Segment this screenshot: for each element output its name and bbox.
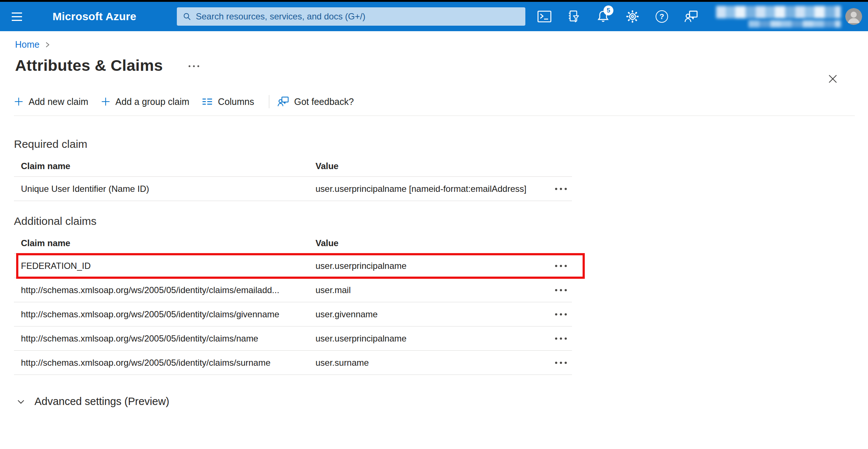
claim-name-cell[interactable]: http://schemas.xmlsoap.org/ws/2005/05/id… [14, 285, 316, 295]
search-input[interactable] [196, 11, 519, 22]
avatar[interactable] [845, 8, 862, 25]
account-name-blur [716, 6, 841, 18]
cloud-shell-icon [537, 11, 551, 22]
settings-button[interactable] [622, 6, 643, 27]
chevron-right-icon [45, 41, 50, 48]
claim-value-cell[interactable]: user.surname [316, 358, 550, 368]
row-context-menu-button[interactable] [550, 313, 572, 315]
columns-button[interactable]: Columns [202, 96, 261, 107]
value-column-header: Value [316, 238, 550, 248]
feedback-icon [684, 10, 698, 23]
additional-claims-table: Claim name Value FEDERATION_ID user.user… [14, 230, 572, 375]
row-context-menu-button[interactable] [550, 337, 572, 340]
plus-icon [101, 97, 110, 106]
plus-icon [14, 97, 23, 106]
ellipsis-icon [555, 289, 567, 291]
breadcrumb-home-link[interactable]: Home [15, 39, 40, 50]
hamburger-icon [12, 12, 22, 14]
notifications-button[interactable]: 5 [593, 6, 613, 27]
close-icon [827, 73, 839, 85]
row-context-menu-button[interactable] [550, 289, 572, 291]
hamburger-menu-button[interactable] [12, 9, 26, 24]
got-feedback-button[interactable]: Got feedback? [277, 96, 361, 107]
table-row[interactable]: http://schemas.xmlsoap.org/ws/2005/05/id… [14, 278, 572, 302]
table-header-row: Claim name Value [14, 230, 572, 254]
account-info-blurred [716, 6, 841, 28]
table-row[interactable]: Unique User Identifier (Name ID) user.us… [14, 177, 572, 201]
additional-claims-heading: Additional claims [14, 215, 868, 227]
required-claim-section: Required claim Claim name Value Unique U… [14, 138, 868, 201]
account-tenant-blur [748, 20, 841, 28]
breadcrumb: Home [15, 39, 868, 50]
title-context-menu-button[interactable] [186, 60, 202, 71]
table-row-federation-id[interactable]: FEDERATION_ID user.userprincipalname [14, 254, 572, 278]
directory-filter-button[interactable] [564, 6, 584, 27]
chevron-down-icon [17, 398, 25, 406]
value-column-header: Value [316, 161, 550, 171]
command-bar: Add new claim Add a group claim Columns [14, 94, 868, 110]
add-group-claim-label: Add a group claim [116, 96, 190, 107]
add-new-claim-button[interactable]: Add new claim [14, 96, 95, 107]
toolbar-divider [269, 95, 269, 108]
required-claim-heading: Required claim [14, 138, 868, 150]
table-row[interactable]: http://schemas.xmlsoap.org/ws/2005/05/id… [14, 351, 572, 375]
columns-icon [202, 97, 213, 106]
blade-content: Home Attributes & Claims Add new claim A… [0, 39, 868, 408]
topbar-actions: 5 ? [525, 6, 862, 28]
table-row[interactable]: http://schemas.xmlsoap.org/ws/2005/05/id… [14, 326, 572, 351]
close-blade-button[interactable] [825, 71, 841, 87]
ellipsis-icon [555, 188, 567, 190]
claim-value-cell[interactable]: user.userprincipalname [316, 261, 550, 271]
advanced-settings-label: Advanced settings (Preview) [34, 395, 169, 408]
page-title: Attributes & Claims [15, 56, 163, 74]
search-icon [183, 12, 192, 21]
got-feedback-label: Got feedback? [294, 96, 354, 107]
ellipsis-icon [555, 265, 567, 267]
table-header-row: Claim name Value [14, 153, 572, 177]
add-group-claim-button[interactable]: Add a group claim [101, 96, 196, 107]
claim-value-cell[interactable]: user.userprincipalname [316, 333, 550, 344]
claim-value-cell[interactable]: user.givenname [316, 309, 550, 320]
cloud-shell-button[interactable] [534, 6, 555, 27]
columns-label: Columns [218, 96, 254, 107]
claim-name-column-header: Claim name [14, 238, 316, 248]
row-context-menu-button[interactable] [550, 265, 572, 267]
brand-logo-text[interactable]: Microsoft Azure [52, 10, 136, 23]
claim-name-cell[interactable]: http://schemas.xmlsoap.org/ws/2005/05/id… [14, 358, 316, 368]
azure-top-bar: Microsoft Azure [0, 2, 868, 31]
ellipsis-icon [555, 337, 567, 340]
feedback-button[interactable] [681, 6, 701, 27]
claim-value-cell[interactable]: user.userprincipalname [nameid-format:em… [316, 184, 550, 194]
claim-name-cell[interactable]: http://schemas.xmlsoap.org/ws/2005/05/id… [14, 333, 316, 344]
title-bar: Attributes & Claims [15, 56, 868, 74]
claim-name-cell[interactable]: http://schemas.xmlsoap.org/ws/2005/05/id… [14, 309, 316, 320]
advanced-settings-expander[interactable]: Advanced settings (Preview) [17, 395, 169, 408]
notification-count-badge: 5 [603, 6, 613, 15]
ellipsis-icon [189, 65, 199, 67]
feedback-icon [277, 96, 289, 107]
row-context-menu-button[interactable] [550, 362, 572, 364]
add-new-claim-label: Add new claim [29, 96, 88, 107]
global-search-box[interactable] [177, 7, 525, 26]
help-button[interactable]: ? [652, 6, 672, 27]
row-context-menu-button[interactable] [550, 188, 572, 190]
ellipsis-icon [555, 313, 567, 315]
table-row[interactable]: http://schemas.xmlsoap.org/ws/2005/05/id… [14, 302, 572, 326]
claim-name-cell[interactable]: FEDERATION_ID [14, 261, 316, 271]
claim-name-column-header: Claim name [14, 161, 316, 171]
help-icon: ? [656, 10, 668, 23]
toolbar-separator [14, 116, 855, 116]
claim-name-cell[interactable]: Unique User Identifier (Name ID) [14, 184, 316, 194]
gear-icon [626, 10, 639, 23]
directory-filter-icon [567, 10, 580, 23]
required-claim-table: Claim name Value Unique User Identifier … [14, 153, 572, 201]
additional-claims-section: Additional claims Claim name Value FEDER… [14, 215, 868, 375]
ellipsis-icon [555, 362, 567, 364]
claim-value-cell[interactable]: user.mail [316, 285, 550, 295]
